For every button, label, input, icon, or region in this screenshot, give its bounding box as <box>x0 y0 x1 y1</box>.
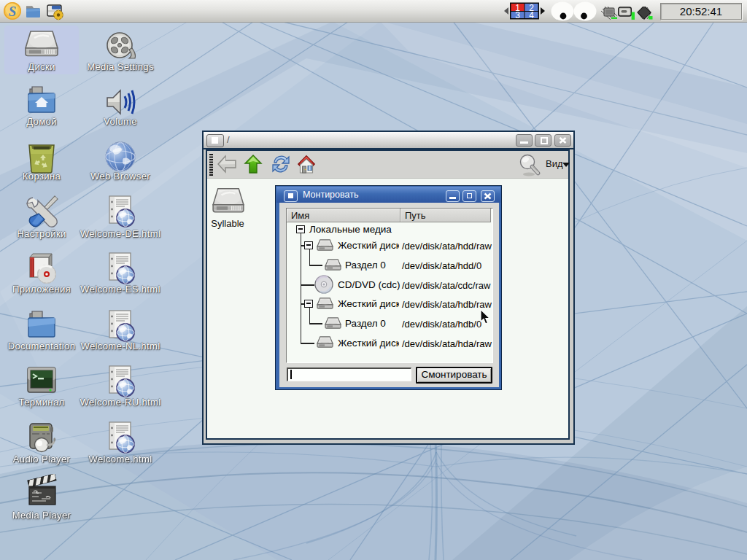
svg-text:S: S <box>9 4 17 19</box>
svg-text:3: 3 <box>515 10 520 20</box>
svg-text:4: 4 <box>529 10 534 20</box>
